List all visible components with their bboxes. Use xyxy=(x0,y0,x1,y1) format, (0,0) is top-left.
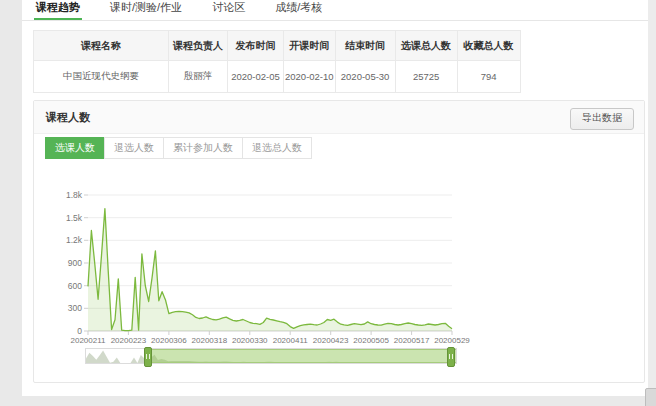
tab-withdrawn-count[interactable]: 退选人数 xyxy=(104,137,164,159)
datazoom-left-handle[interactable] xyxy=(144,347,152,367)
tab-grades-assessment[interactable]: 成绩/考核 xyxy=(273,0,324,20)
x-axis-tick-label: 20200211 xyxy=(66,336,110,345)
header-publish-time: 发布时间 xyxy=(228,31,284,61)
datazoom-right-handle[interactable] xyxy=(447,347,455,367)
main-content: 课程趋势 课时/测验/作业 讨论区 成绩/考核 课程名称 课程负责人 发布时间 … xyxy=(22,0,648,396)
y-axis-tick-label: 1.5k xyxy=(42,213,82,223)
x-axis-tick-label: 20200330 xyxy=(228,336,272,345)
tab-lessons-tests-homework[interactable]: 课时/测验/作业 xyxy=(108,0,184,20)
x-axis-tick-label: 20200529 xyxy=(430,336,474,345)
chart-metric-tabs: 选课人数 退选人数 累计参加人数 退选总人数 xyxy=(45,137,312,159)
header-total-favorites: 收藏总人数 xyxy=(457,31,520,61)
header-total-enrolled: 选课总人数 xyxy=(395,31,457,61)
x-axis-tick-label: 20200517 xyxy=(390,336,434,345)
panel-header: 课程人数 导出数据 xyxy=(34,101,644,134)
x-axis-tick-label: 20200306 xyxy=(147,336,191,345)
cell-course-leader: 殷丽萍 xyxy=(169,61,228,93)
x-axis-tick-label: 20200223 xyxy=(106,336,150,345)
x-axis-tick-label: 20200411 xyxy=(268,336,312,345)
y-axis-tick-label: 0 xyxy=(42,326,82,336)
panel-title: 课程人数 xyxy=(46,101,90,134)
tab-enrolled-count[interactable]: 选课人数 xyxy=(45,137,105,159)
trend-line-chart xyxy=(88,195,452,331)
y-axis-tick-label: 300 xyxy=(42,303,82,313)
datazoom-selected-range[interactable] xyxy=(147,349,456,363)
course-info-table: 课程名称 课程负责人 发布时间 开课时间 结束时间 选课总人数 收藏总人数 中国… xyxy=(33,30,521,93)
cell-total-favorites: 794 xyxy=(457,61,520,93)
header-course-name: 课程名称 xyxy=(34,31,169,61)
cell-end-time: 2020-05-30 xyxy=(335,61,395,93)
header-end-time: 结束时间 xyxy=(335,31,395,61)
table-header-row: 课程名称 课程负责人 发布时间 开课时间 结束时间 选课总人数 收藏总人数 xyxy=(34,31,521,61)
y-axis-tick-label: 900 xyxy=(42,258,82,268)
datazoom-slider[interactable] xyxy=(85,348,457,364)
tab-total-withdrawn[interactable]: 退选总人数 xyxy=(242,137,312,159)
header-start-time: 开课时间 xyxy=(284,31,336,61)
cell-course-name: 中国近现代史纲要 xyxy=(34,61,169,93)
cell-publish-time: 2020-02-05 xyxy=(228,61,284,93)
tab-cumulative-participants[interactable]: 累计参加人数 xyxy=(163,137,243,159)
x-axis-tick-label: 20200318 xyxy=(187,336,231,345)
x-axis-tick-label: 20200505 xyxy=(349,336,393,345)
y-axis-tick-label: 600 xyxy=(42,281,82,291)
tab-discussion[interactable]: 讨论区 xyxy=(210,0,247,20)
export-data-button[interactable]: 导出数据 xyxy=(570,108,634,130)
table-row: 中国近现代史纲要 殷丽萍 2020-02-05 2020-02-10 2020-… xyxy=(34,61,521,93)
tab-course-trend[interactable]: 课程趋势 xyxy=(34,0,82,20)
cell-start-time: 2020-02-10 xyxy=(284,61,336,93)
y-axis-tick-label: 1.2k xyxy=(42,235,82,245)
y-axis-tick-label: 1.8k xyxy=(42,190,82,200)
page: { "top_tabs": { "items": [ {"label": "课程… xyxy=(0,0,656,406)
top-tab-bar: 课程趋势 课时/测验/作业 讨论区 成绩/考核 xyxy=(22,0,648,21)
scrollbar-track[interactable] xyxy=(648,0,656,396)
x-axis-tick-label: 20200423 xyxy=(309,336,353,345)
header-course-leader: 课程负责人 xyxy=(169,31,228,61)
corner-widget-icon[interactable] xyxy=(645,388,656,406)
cell-total-enrolled: 25725 xyxy=(395,61,457,93)
